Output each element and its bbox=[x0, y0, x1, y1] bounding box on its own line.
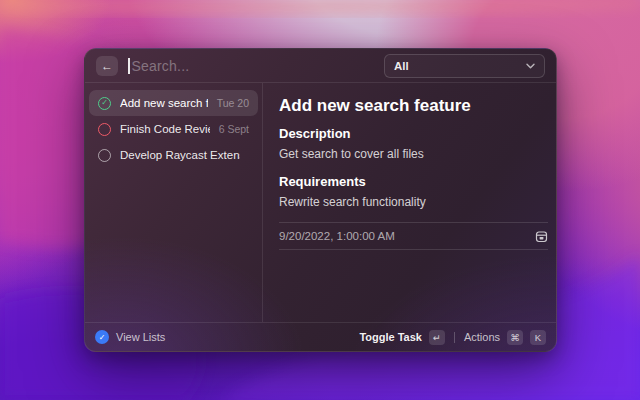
filter-dropdown-value: All bbox=[394, 60, 409, 72]
task-row-finish-code-reviews[interactable]: Finish Code Reviews 6 Sept bbox=[89, 116, 258, 142]
detail-title: Add new search feature bbox=[279, 96, 548, 116]
footer-app[interactable]: ✓ View Lists bbox=[95, 330, 165, 344]
actions-menu-button[interactable]: Actions bbox=[464, 331, 500, 343]
toggle-task-button[interactable]: Toggle Task bbox=[359, 331, 422, 343]
task-list: ✓ Add new search feature Tue 20 Finish C… bbox=[85, 83, 263, 322]
footer-actions: Toggle Task ↵ Actions ⌘ K bbox=[359, 330, 546, 345]
action-bar: ✓ View Lists Toggle Task ↵ Actions ⌘ K bbox=[85, 322, 556, 351]
section-body-requirements: Rewrite search functionality bbox=[279, 195, 548, 209]
view-lists-check-icon: ✓ bbox=[95, 330, 109, 344]
task-due-badge: Tue 20 bbox=[217, 97, 249, 109]
task-row-add-new-search-feature[interactable]: ✓ Add new search feature Tue 20 bbox=[89, 90, 258, 116]
due-date-value: 9/20/2022, 1:00:00 AM bbox=[279, 230, 395, 242]
command-key-icon: ⌘ bbox=[507, 330, 523, 345]
text-caret bbox=[128, 58, 130, 74]
chevron-down-icon bbox=[526, 63, 535, 69]
section-heading-description: Description bbox=[279, 126, 548, 142]
task-due-badge: 6 Sept bbox=[219, 123, 249, 135]
desktop-wallpaper: ← Search... All ✓ Add new search bbox=[0, 0, 640, 400]
back-button[interactable]: ← bbox=[96, 56, 118, 76]
top-bar: ← Search... All bbox=[85, 49, 556, 83]
main-area: ✓ Add new search feature Tue 20 Finish C… bbox=[85, 83, 556, 322]
return-key-icon: ↵ bbox=[429, 330, 445, 345]
filter-dropdown[interactable]: All bbox=[384, 54, 545, 78]
task-row-develop-raycast-extension[interactable]: Develop Raycast Extension bbox=[89, 142, 258, 168]
footer-separator bbox=[454, 332, 455, 343]
task-status-open-icon[interactable] bbox=[98, 149, 111, 162]
task-status-overdue-icon[interactable] bbox=[98, 123, 111, 136]
check-icon: ✓ bbox=[101, 99, 108, 107]
view-lists-label: View Lists bbox=[116, 331, 165, 343]
search-input[interactable]: Search... bbox=[128, 58, 374, 74]
metadata-section: 9/20/2022, 1:00:00 AM bbox=[279, 222, 548, 250]
k-key-icon: K bbox=[530, 330, 546, 345]
section-body-description: Get search to cover all files bbox=[279, 147, 548, 161]
search-placeholder: Search... bbox=[132, 58, 190, 74]
due-date-field[interactable]: 9/20/2022, 1:00:00 AM bbox=[279, 223, 548, 250]
task-title: Finish Code Reviews bbox=[120, 123, 210, 135]
task-title: Develop Raycast Extension bbox=[120, 149, 240, 161]
calendar-icon bbox=[535, 230, 548, 243]
task-status-completed-icon[interactable]: ✓ bbox=[98, 97, 111, 110]
section-heading-requirements: Requirements bbox=[279, 174, 548, 190]
task-detail-panel: Add new search feature Description Get s… bbox=[263, 83, 556, 322]
task-title: Add new search feature bbox=[120, 97, 208, 109]
raycast-window: ← Search... All ✓ Add new search bbox=[84, 48, 557, 352]
